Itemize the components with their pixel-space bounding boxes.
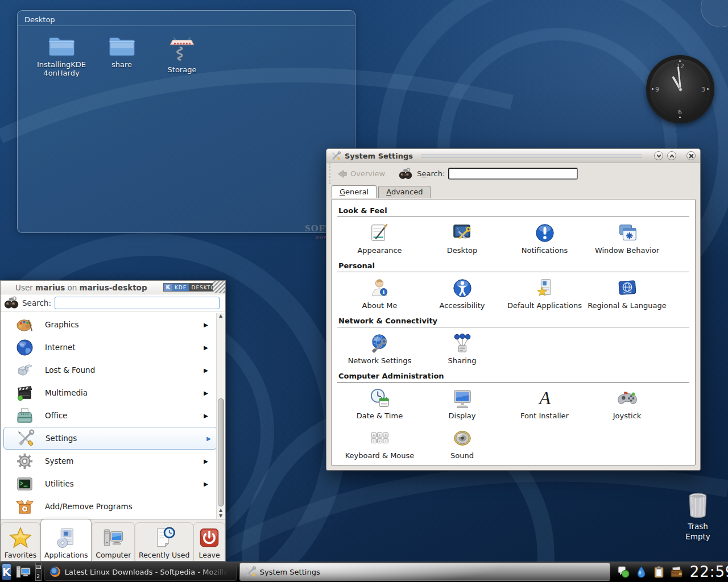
section-title-computer-administration: Computer Administration (337, 368, 689, 383)
kickoff-tabbar: FavoritesApplicationsComputerRecently Us… (1, 519, 225, 561)
svg-text:x: x (379, 440, 380, 443)
kickoff-category-label: Graphics (45, 320, 79, 329)
kickoff-category-lost-found[interactable]: Lost & Found▶ (1, 359, 225, 381)
settings-item-network-settings[interactable]: Network Settings (338, 331, 421, 366)
desktop-icon-installingkde-4onhardy[interactable]: InstallingKDE 4onHardy (31, 34, 92, 78)
window-title: System Settings (345, 152, 413, 160)
kickoff-tab-leave[interactable]: Leave (193, 522, 225, 561)
kickoff-resize-handle[interactable] (213, 281, 225, 293)
kickoff-category-utilities[interactable]: Utilities▶ (1, 472, 225, 495)
submenu-arrow-icon: ▶ (204, 322, 208, 328)
kde-logo-icon: K (164, 284, 172, 291)
kickoff-category-internet[interactable]: Internet▶ (1, 336, 225, 359)
kickoff-search-input[interactable] (55, 297, 220, 309)
window-toolbar: Overview Search: (329, 163, 700, 184)
kmenu-button[interactable]: K (2, 563, 11, 580)
task-label: System Settings (260, 568, 320, 576)
settings-item-label: Desktop (447, 246, 478, 255)
maximize-button[interactable] (667, 151, 676, 160)
settings-item-display[interactable]: Display (421, 386, 503, 421)
kickoff-category-office[interactable]: Office▶ (1, 404, 225, 427)
kickoff-tab-label: Recently Used (139, 551, 189, 559)
scroll-up-icon[interactable]: ▲ (219, 313, 222, 319)
taskbar-task-system-settings[interactable]: System Settings (239, 563, 610, 581)
kickoff-tab-favorites[interactable]: Favorites (1, 522, 40, 561)
search-binoculars-icon (4, 296, 19, 310)
kickoff-tab-applications[interactable]: Applications (40, 519, 92, 561)
kickoff-category-multimedia[interactable]: Multimedia▶ (1, 381, 225, 404)
scrollbar-thumb[interactable] (218, 398, 224, 506)
settings-item-notifications[interactable]: Notifications (503, 221, 586, 256)
kickoff-category-label: Lost & Found (45, 365, 95, 375)
kickoff-category-system[interactable]: System▶ (1, 450, 225, 472)
submenu-arrow-icon: ▶ (206, 435, 211, 442)
system-settings-window: System Settings Overview Search: General… (326, 148, 701, 471)
computer-launcher-icon[interactable] (15, 563, 32, 580)
trash-widget[interactable]: Trash Empty (678, 492, 718, 542)
taskbar-task-latest-linux-downloads-softpedia-mozilla-f[interactable]: Latest Linux Downloads - Softpedia - Moz… (44, 563, 237, 581)
settings-item-font-installer[interactable]: AFont Installer (503, 386, 586, 421)
desktop-icon-label: share (93, 61, 150, 69)
overview-button[interactable]: Overview (337, 169, 385, 179)
scroll-up-icon[interactable]: ▲ (219, 508, 222, 513)
settings-item-regional-language[interactable]: Regional & Language (586, 276, 668, 311)
kickoff-category-add-remove-programs[interactable]: Add/Remove Programs (1, 495, 225, 518)
settings-item-desktop[interactable]: Desktop (421, 221, 503, 256)
settings-item-label: Font Installer (520, 411, 569, 420)
clipboard-icon[interactable] (652, 566, 665, 579)
date-time-icon (369, 388, 391, 409)
pager-desktop-1[interactable] (35, 563, 42, 572)
submenu-arrow-icon: ▶ (204, 344, 208, 351)
clock-number-9: 9 (655, 86, 659, 93)
kickoff-tab-label: Computer (96, 551, 131, 559)
scroll-down-icon[interactable]: ▼ (219, 513, 222, 519)
messenger-icon[interactable] (617, 566, 630, 579)
settings-item-keyboard-mouse[interactable]: asdzxcKeyboard & Mouse (338, 426, 421, 461)
settings-item-date-time[interactable]: Date & Time (338, 386, 421, 421)
settings-item-sharing[interactable]: Sharing (421, 331, 503, 366)
water-drop-icon[interactable] (635, 566, 648, 579)
desktop-pager[interactable]: 2 (35, 563, 42, 581)
settings-item-label: Display (449, 411, 476, 420)
kickoff-tab-computer[interactable]: Computer (92, 522, 135, 561)
section-title-network-connectivity: Network & Connectivity (337, 313, 689, 327)
about-me-icon: i (369, 277, 391, 299)
settings-item-accessibility[interactable]: Accessibility (421, 276, 503, 311)
kickoff-category-label: Utilities (45, 479, 74, 488)
window-search-input[interactable] (448, 168, 578, 180)
settings-item-sound[interactable]: Sound (421, 426, 503, 461)
add-remove-icon (15, 497, 34, 516)
joystick-icon (617, 388, 638, 409)
internet-icon (15, 338, 34, 357)
folder-icon (47, 34, 76, 57)
settings-item-appearance[interactable]: Appearance (338, 221, 421, 256)
kickoff-category-graphics[interactable]: Graphics▶ (1, 313, 225, 336)
desktop-icon-share[interactable]: share (92, 34, 152, 78)
analog-clock-widget[interactable]: 12 3 6 9 (646, 55, 714, 123)
tab-general[interactable]: General (332, 185, 377, 198)
kickoff-tab-recently-used[interactable]: Recently Used (135, 522, 193, 561)
kickoff-scrollbar[interactable]: ▲ ▲ ▼ (216, 313, 225, 519)
pager-desktop-2[interactable]: 2 (35, 572, 42, 581)
submenu-arrow-icon: ▶ (204, 458, 208, 464)
svg-text:A: A (538, 388, 551, 408)
digital-clock[interactable]: 22:59 (690, 563, 728, 580)
tab-advanced[interactable]: Advanced (378, 186, 431, 198)
trash-can-icon[interactable] (686, 492, 710, 519)
svg-text:a: a (373, 434, 374, 436)
settings-item-joystick[interactable]: Joystick (586, 386, 668, 421)
folder-icon (107, 34, 136, 57)
close-button[interactable] (686, 151, 696, 160)
kickoff-category-list: Graphics▶Internet▶Lost & Found▶Multimedi… (1, 313, 225, 519)
folderview-widget: Desktop InstallingKDE 4onHardyshareStora… (17, 10, 355, 233)
minimize-button[interactable] (654, 151, 663, 160)
wallet-icon[interactable] (670, 566, 683, 579)
kickoff-category-settings[interactable]: Settings▶ (3, 427, 217, 450)
settings-item-about-me[interactable]: iAbout Me (338, 276, 421, 311)
window-titlebar[interactable]: System Settings (326, 149, 700, 163)
desktop-icon-storage[interactable]: Storage (152, 34, 212, 78)
settings-item-default-applications[interactable]: Default Applications (503, 276, 586, 311)
submenu-arrow-icon: ▶ (204, 413, 208, 419)
settings-content-area: Look & FeelAppearanceDesktopNotification… (331, 199, 696, 465)
settings-item-window-behavior[interactable]: Window Behavior (586, 221, 668, 256)
